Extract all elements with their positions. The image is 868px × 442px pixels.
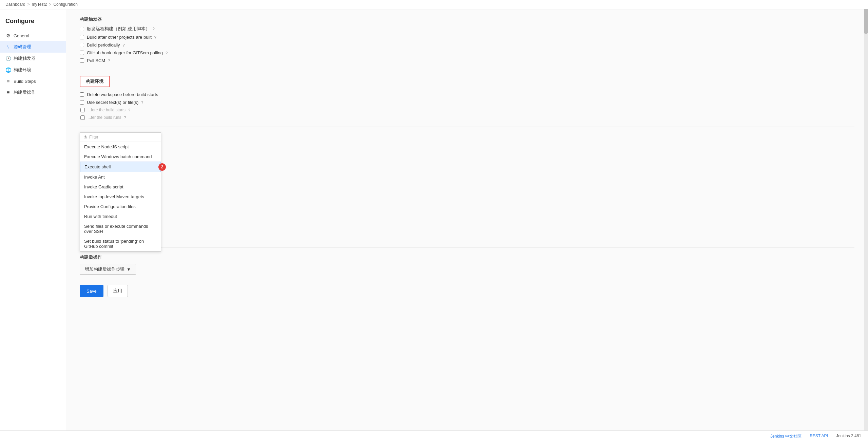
- dropdown-item-3[interactable]: Invoke Ant: [80, 172, 161, 182]
- list-icon: ≡: [5, 78, 11, 84]
- post-build-caret: ▼: [127, 267, 131, 272]
- dropdown-item-9[interactable]: Set build status to 'pending' on GitHub …: [80, 236, 161, 251]
- trigger-after-checkbox[interactable]: [80, 35, 84, 39]
- page-title: Configure: [0, 15, 66, 30]
- trigger-github-label: GitHub hook trigger for GITScm polling: [87, 50, 163, 55]
- env-secret-label: Use secret text(s) or file(s): [87, 100, 138, 105]
- dropdown-execute-shell-badge: 2: [158, 163, 166, 171]
- post-build-title: 构建后操作: [80, 254, 854, 260]
- trigger-periodic-help[interactable]: ?: [123, 43, 125, 47]
- sidebar-item-label: 构建后操作: [14, 89, 36, 95]
- breadcrumb-current: Configuration: [53, 2, 77, 7]
- trigger-github-help[interactable]: ?: [166, 51, 168, 55]
- env-partial-1-label: ...fore the build starts: [88, 108, 126, 112]
- breadcrumb-sep-2: >: [49, 2, 51, 7]
- dropdown-item-2[interactable]: Execute shell 2: [80, 162, 161, 172]
- save-bar: Save 应用: [80, 285, 854, 297]
- dropdown-item-6[interactable]: Provide Configuration files: [80, 202, 161, 211]
- env-partial-2-help[interactable]: ?: [124, 115, 126, 119]
- footer: Jenkins 中文社区 REST API Jenkins 2.481: [0, 430, 868, 442]
- trigger-after-row: Build after other projects are built ?: [80, 35, 854, 40]
- sidebar-item-build-env[interactable]: 🌐 构建环境: [0, 64, 66, 76]
- divider-2: [80, 127, 854, 127]
- env-partial-2-label: ...ter the build runs: [88, 115, 121, 120]
- env-secret-help[interactable]: ?: [141, 100, 143, 105]
- sidebar-item-build-steps[interactable]: ≡ Build Steps: [0, 76, 66, 87]
- trigger-after-help[interactable]: ?: [154, 35, 156, 39]
- footer-jenkins-community[interactable]: Jenkins 中文社区: [770, 434, 802, 439]
- trigger-remote-label: 触发远程构建（例如,使用脚本）: [87, 26, 150, 32]
- breadcrumb-mytest2[interactable]: myTest2: [32, 2, 47, 7]
- dropdown-item-8[interactable]: Send files or execute commands over SSH: [80, 221, 161, 236]
- dropdown-item-5[interactable]: Invoke top-level Maven targets: [80, 192, 161, 202]
- list2-icon: ≡: [5, 90, 11, 95]
- trigger-poll-help[interactable]: ?: [108, 59, 110, 63]
- env-secret-row: Use secret text(s) or file(s) ?: [80, 100, 854, 105]
- trigger-poll-checkbox[interactable]: [80, 58, 84, 63]
- add-post-build-label: 增加构建后操作步骤: [85, 266, 124, 272]
- globe-icon: 🌐: [5, 67, 11, 73]
- trigger-poll-row: Poll SCM ?: [80, 58, 854, 63]
- trigger-periodic-row: Build periodically ?: [80, 42, 854, 48]
- trigger-remote-checkbox[interactable]: [80, 27, 84, 31]
- scrollbar-thumb[interactable]: [864, 7, 868, 34]
- add-post-build-button[interactable]: 增加构建后操作步骤 ▼: [80, 264, 136, 275]
- sidebar-item-label: 构建环境: [14, 67, 31, 73]
- footer-rest-api[interactable]: REST API: [810, 434, 828, 439]
- env-partial-2-row: ...ter the build runs ?: [80, 115, 854, 120]
- sidebar-item-label: 源码管理: [14, 44, 31, 50]
- trigger-poll-label: Poll SCM: [87, 58, 105, 63]
- sidebar-item-label: General: [14, 33, 29, 38]
- trigger-periodic-label: Build periodically: [87, 42, 120, 48]
- clock-icon: 🕐: [5, 56, 11, 61]
- sidebar-item-label: Build Steps: [14, 79, 36, 84]
- env-partial-1-row: ...fore the build starts ?: [80, 108, 854, 112]
- build-step-dropdown-container: ⚗ Filter Execute NodeJS script Execute W…: [80, 132, 125, 227]
- env-partial-1-checkbox[interactable]: [80, 108, 85, 112]
- main-content: 构建触发器 触发远程构建（例如,使用脚本） ? Build after othe…: [66, 10, 868, 442]
- divider-1: [80, 70, 854, 70]
- dropdown-item-0[interactable]: Execute NodeJS script: [80, 142, 161, 152]
- build-step-dropdown-menu[interactable]: ⚗ Filter Execute NodeJS script Execute W…: [80, 132, 161, 252]
- build-triggers-title: 构建触发器: [80, 16, 854, 22]
- trigger-github-checkbox[interactable]: [80, 51, 84, 55]
- sidebar-item-general[interactable]: ⚙ General: [0, 30, 66, 41]
- env-partial-2-checkbox[interactable]: [80, 115, 85, 120]
- env-delete-label: Delete workspace before build starts: [87, 92, 158, 97]
- build-triggers-section: 构建触发器 触发远程构建（例如,使用脚本） ? Build after othe…: [80, 16, 854, 63]
- build-env-title: 构建环境: [80, 76, 110, 87]
- env-delete-checkbox[interactable]: [80, 92, 84, 97]
- breadcrumb: Dashboard > myTest2 > Configuration: [0, 0, 868, 9]
- scrollbar[interactable]: [864, 0, 868, 442]
- divider-3: [80, 247, 854, 247]
- dropdown-item-1[interactable]: Execute Windows batch command: [80, 152, 161, 162]
- apply-button[interactable]: 应用: [108, 285, 128, 297]
- breadcrumb-sep-1: >: [27, 2, 30, 7]
- gear-icon: ⚙: [5, 33, 11, 38]
- sidebar-item-label: 构建触发器: [14, 55, 36, 61]
- dropdown-filter-row: ⚗ Filter: [80, 133, 161, 142]
- build-env-section: 构建环境 Delete workspace before build start…: [80, 76, 854, 120]
- trigger-after-label: Build after other projects are built: [87, 35, 152, 40]
- source-icon: ⑂: [5, 44, 11, 50]
- trigger-github-row: GitHub hook trigger for GITScm polling ?: [80, 50, 854, 55]
- breadcrumb-dashboard[interactable]: Dashboard: [5, 2, 25, 7]
- sidebar-item-build-triggers[interactable]: 🕐 构建触发器: [0, 53, 66, 64]
- post-build-section: 构建后操作 增加构建后操作步骤 ▼: [80, 254, 854, 275]
- env-partial-1-help[interactable]: ?: [128, 108, 130, 112]
- dropdown-filter-placeholder: Filter: [89, 135, 98, 140]
- dropdown-item-7[interactable]: Run with timeout: [80, 211, 161, 221]
- filter-icon: ⚗: [83, 135, 87, 140]
- sidebar-item-source-code[interactable]: ⑂ 源码管理: [0, 41, 66, 53]
- save-button[interactable]: Save: [80, 285, 103, 297]
- trigger-remote-row: 触发远程构建（例如,使用脚本） ?: [80, 26, 854, 32]
- dropdown-item-4[interactable]: Invoke Gradle script: [80, 182, 161, 192]
- trigger-remote-help[interactable]: ?: [153, 27, 155, 31]
- sidebar-item-post-build[interactable]: ≡ 构建后操作: [0, 87, 66, 98]
- sidebar: Configure ⚙ General ⑂ 源码管理 🕐 构建触发器 🌐 构建环…: [0, 10, 66, 442]
- trigger-periodic-checkbox[interactable]: [80, 43, 84, 47]
- env-secret-checkbox[interactable]: [80, 100, 84, 105]
- footer-version: Jenkins 2.481: [836, 434, 861, 439]
- build-steps-section: ⚗ Filter Execute NodeJS script Execute W…: [80, 132, 854, 227]
- env-delete-row: Delete workspace before build starts: [80, 92, 854, 97]
